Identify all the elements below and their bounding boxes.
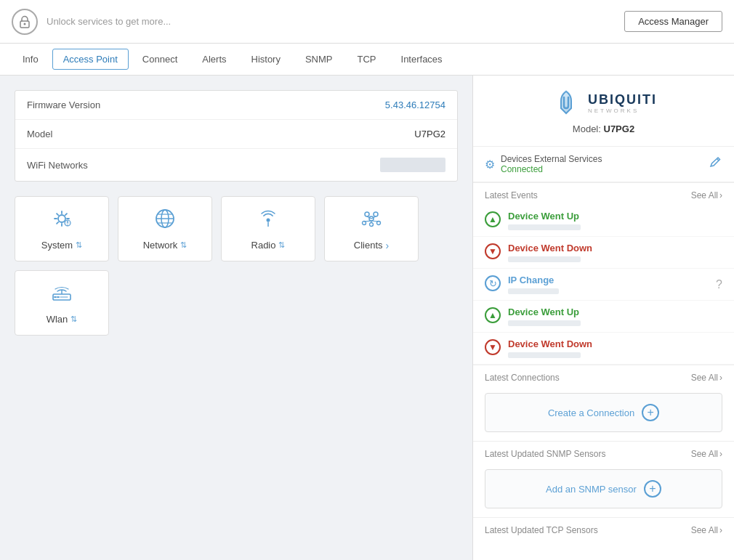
- events-see-all[interactable]: See All ›: [691, 190, 722, 200]
- snmp-title: Latest Updated SNMP Sensors: [485, 449, 606, 459]
- connections-chevron: ›: [719, 373, 722, 383]
- firmware-row: Firmware Version 5.43.46.12754: [15, 91, 457, 120]
- connections-see-all[interactable]: See All ›: [691, 373, 722, 383]
- wlan-icon: [50, 281, 73, 309]
- model-line: Model: U7PG2: [573, 123, 634, 134]
- svg-line-21: [371, 221, 379, 222]
- events-section-header: Latest Events See All ›: [473, 183, 734, 205]
- edit-services-button[interactable]: [709, 156, 722, 172]
- radio-card[interactable]: Radio ⇅: [221, 196, 315, 261]
- event-name-2: Device Went Down: [508, 243, 722, 253]
- event-detail-2: [508, 256, 581, 262]
- event-detail-5: [508, 352, 581, 358]
- network-icon: [153, 207, 177, 235]
- add-snmp-label: Add an SNMP sensor: [546, 484, 637, 495]
- connections-section-header: Latest Connections See All ›: [473, 365, 734, 387]
- tab-tcp[interactable]: TCP: [347, 49, 387, 70]
- radio-arrow: ⇅: [278, 240, 285, 250]
- model-value: U7PG2: [414, 129, 445, 139]
- tab-connect[interactable]: Connect: [132, 49, 188, 70]
- network-arrow: ⇅: [180, 240, 187, 250]
- tab-interfaces[interactable]: Interfaces: [390, 49, 453, 70]
- system-arrow: ⇅: [76, 240, 82, 250]
- clients-card[interactable]: Clients ›: [324, 196, 419, 261]
- events-title: Latest Events: [485, 190, 538, 200]
- tab-snmp[interactable]: SNMP: [294, 49, 344, 70]
- event-content-5: Device Went Down: [508, 338, 722, 358]
- model-value-right: U7PG2: [604, 123, 635, 134]
- svg-point-2: [58, 215, 65, 222]
- event-item-5: ▼ Device Went Down: [473, 333, 734, 365]
- tab-alerts[interactable]: Alerts: [191, 49, 237, 70]
- snmp-see-all[interactable]: See All ›: [691, 449, 722, 459]
- event-name-4: Device Went Up: [508, 307, 722, 317]
- tab-info[interactable]: Info: [12, 49, 49, 70]
- add-snmp-button[interactable]: Add an SNMP sensor +: [485, 469, 722, 508]
- svg-point-13: [369, 216, 374, 221]
- system-card[interactable]: System ⇅: [15, 196, 109, 261]
- help-icon[interactable]: ?: [716, 278, 722, 291]
- brand-sub: NETWORKS: [588, 107, 657, 114]
- ubiquiti-logo-icon: [550, 87, 582, 119]
- event-down-icon-1: ▼: [485, 243, 501, 259]
- snmp-chevron: ›: [719, 449, 722, 459]
- create-connection-button[interactable]: Create a Connection +: [485, 393, 722, 432]
- services-status: Connected: [501, 164, 602, 174]
- wifi-label: WiFi Networks: [27, 160, 88, 171]
- icon-grid: System ⇅ Network ⇅: [15, 196, 458, 336]
- event-content-3: IP Change: [508, 275, 722, 294]
- event-up-icon-1: ▲: [485, 211, 501, 227]
- wlan-card[interactable]: Wlan ⇅: [15, 270, 109, 336]
- tcp-see-all[interactable]: See All ›: [691, 525, 722, 535]
- svg-point-11: [365, 212, 369, 216]
- event-item-3: ↻ IP Change ?: [473, 269, 734, 301]
- radio-icon: [257, 207, 280, 235]
- info-section: Firmware Version 5.43.46.12754 Model U7P…: [15, 90, 458, 182]
- event-detail-4: [508, 320, 581, 326]
- event-name-3: IP Change: [508, 275, 722, 285]
- device-header: UBIQUITI NETWORKS Model: U7PG2: [473, 76, 734, 147]
- event-up-icon-2: ▲: [485, 307, 501, 323]
- clients-label: Clients ›: [354, 240, 389, 251]
- unlock-text: Unlock services to get more...: [47, 16, 616, 27]
- event-content-1: Device Went Up: [508, 211, 722, 230]
- svg-line-19: [364, 221, 371, 222]
- events-chevron-right: ›: [719, 190, 722, 200]
- services-info: Devices External Services Connected: [501, 154, 602, 174]
- network-label: Network ⇅: [143, 240, 187, 251]
- left-panel: Firmware Version 5.43.46.12754 Model U7P…: [0, 76, 472, 560]
- model-label-right: Model:: [573, 123, 601, 134]
- event-detail-3: [508, 288, 559, 294]
- event-name-5: Device Went Down: [508, 338, 722, 349]
- svg-point-17: [370, 222, 374, 226]
- svg-point-12: [374, 212, 378, 216]
- tcp-section-header: Latest Updated TCP Sensors See All ›: [473, 518, 734, 540]
- top-bar: Unlock services to get more... Access Ma…: [0, 0, 734, 44]
- network-card[interactable]: Network ⇅: [118, 196, 212, 261]
- wlan-arrow: ⇅: [70, 315, 77, 324]
- connections-title: Latest Connections: [485, 373, 560, 383]
- event-name-1: Device Went Up: [508, 211, 722, 222]
- access-manager-button[interactable]: Access Manager: [624, 11, 722, 32]
- clients-arrow: ›: [386, 240, 390, 251]
- tab-history[interactable]: History: [241, 49, 291, 70]
- create-connection-label: Create a Connection: [548, 407, 634, 418]
- system-icon: [50, 207, 73, 235]
- gear-icon: ⚙: [485, 158, 495, 171]
- snmp-section-header: Latest Updated SNMP Sensors See All ›: [473, 442, 734, 463]
- right-panel: UBIQUITI NETWORKS Model: U7PG2 ⚙ Devices…: [472, 76, 734, 560]
- wifi-row: WiFi Networks: [15, 149, 457, 181]
- tab-access-point[interactable]: Access Point: [52, 49, 129, 70]
- services-left: ⚙ Devices External Services Connected: [485, 154, 602, 174]
- radio-label: Radio ⇅: [251, 240, 286, 251]
- model-label: Model: [27, 129, 52, 139]
- brand-name: UBIQUITI: [588, 92, 657, 107]
- tab-bar: Info Access Point Connect Alerts History…: [0, 44, 734, 76]
- firmware-value: 5.43.46.12754: [385, 100, 445, 110]
- tcp-title: Latest Updated TCP Sensors: [485, 525, 598, 535]
- firmware-label: Firmware Version: [27, 100, 100, 110]
- brand-name-block: UBIQUITI NETWORKS: [588, 92, 657, 114]
- event-item-1: ▲ Device Went Up: [473, 205, 734, 237]
- svg-point-9: [267, 219, 270, 222]
- add-snmp-plus-icon: +: [644, 480, 661, 498]
